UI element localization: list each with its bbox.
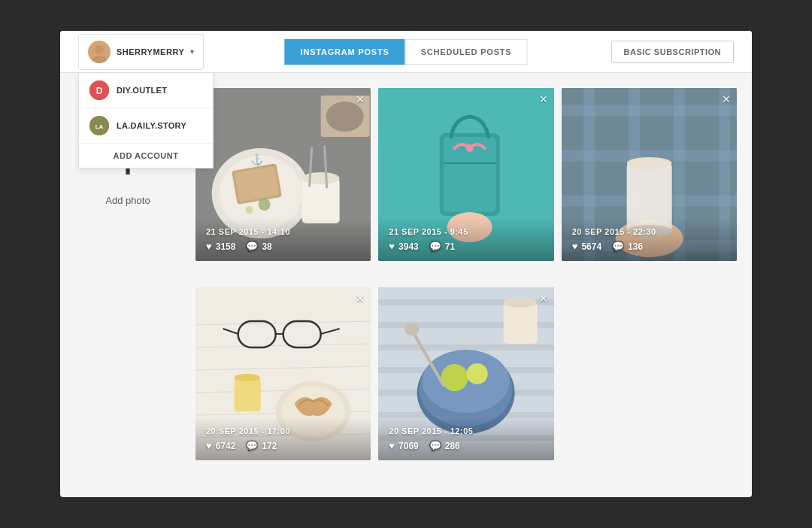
photo-grid: ⚓ ✕ 21 SEP 2015 - 14:10 ♥ 3158 💬 38 [195, 88, 737, 479]
tabs-container: INSTAGRAM POSTS SCHEDULED POSTS [285, 39, 528, 65]
comment-icon-2: 💬 [429, 241, 441, 252]
close-button-3[interactable]: ✕ [722, 94, 731, 105]
svg-point-1 [95, 45, 104, 54]
account-dropdown[interactable]: SHERRYMERRY ▾ [78, 34, 204, 70]
likes-count-3: 5674 [581, 241, 601, 252]
post-overlay-3: 20 SEP 2015 - 22:30 ♥ 5674 💬 136 [562, 218, 737, 261]
close-button-5[interactable]: ✕ [539, 293, 548, 304]
post-card-4[interactable]: ✕ 20 SEP 2015 - 17:00 ♥ 6742 💬 172 [195, 287, 371, 460]
dropdown-item-la[interactable]: LA LA.DAILY.STORY [79, 108, 213, 144]
tab-instagram[interactable]: INSTAGRAM POSTS [285, 39, 405, 65]
svg-point-71 [467, 363, 488, 384]
likes-count-4: 6742 [216, 441, 236, 451]
heart-icon-5: ♥ [389, 440, 395, 451]
account-name: SHERRYMERRY [117, 47, 184, 56]
comments-count-4: 172 [262, 441, 277, 451]
comments-4: 💬 172 [246, 440, 277, 451]
svg-point-40 [626, 157, 671, 169]
likes-count-2: 3943 [398, 241, 419, 252]
comments-count-1: 38 [262, 241, 271, 252]
subscription-button[interactable]: BASIC SUBSCRIPTION [611, 41, 734, 63]
svg-point-13 [246, 206, 253, 214]
close-button-2[interactable]: ✕ [539, 94, 548, 105]
heart-icon-1: ♥ [206, 241, 212, 252]
post-card-5[interactable]: ✕ 20 SEP 2015 - 12:05 ♥ 7069 💬 286 [378, 287, 553, 460]
comments-1: 💬 38 [246, 241, 271, 252]
diy-avatar: D [89, 80, 109, 100]
post-card-3[interactable]: ✕ 20 SEP 2015 - 22:30 ♥ 5674 💬 136 [562, 88, 737, 261]
svg-point-73 [504, 297, 537, 308]
la-avatar: LA [89, 116, 109, 135]
svg-text:D: D [96, 86, 103, 96]
close-button-1[interactable]: ✕ [356, 94, 365, 105]
svg-point-15 [302, 172, 340, 184]
svg-text:⚓: ⚓ [250, 153, 264, 166]
svg-text:LA: LA [95, 123, 104, 130]
svg-rect-72 [504, 302, 538, 344]
likes-2: ♥ 3943 [389, 241, 418, 252]
dropdown-item-diy[interactable]: D DIY.OUTLET [79, 73, 213, 108]
post-stats-1: ♥ 3158 💬 38 [206, 241, 360, 252]
post-date-4: 20 SEP 2015 - 17:00 [206, 426, 360, 435]
comment-icon-5: 💬 [429, 440, 441, 451]
comments-3: 💬 136 [612, 241, 643, 252]
post-date-2: 21 SEP 2015 - 9:45 [389, 227, 543, 236]
tab-scheduled[interactable]: SCHEDULED POSTS [405, 39, 528, 65]
heart-icon-4: ♥ [206, 440, 212, 451]
comments-count-2: 71 [445, 241, 455, 252]
svg-point-75 [404, 323, 420, 335]
chevron-down-icon: ▾ [190, 47, 194, 56]
account-dropdown-menu: D DIY.OUTLET LA LA.DAILY.STORY ADD ACCOU… [78, 73, 214, 168]
post-date-3: 20 SEP 2015 - 22:30 [572, 227, 726, 236]
post-stats-3: ♥ 5674 💬 136 [572, 241, 726, 252]
post-stats-4: ♥ 6742 💬 172 [206, 440, 360, 451]
svg-rect-14 [302, 178, 340, 223]
diy-name: DIY.OUTLET [117, 86, 167, 95]
comments-count-3: 136 [628, 241, 643, 252]
svg-point-12 [259, 199, 271, 211]
post-overlay-1: 21 SEP 2015 - 14:10 ♥ 3158 💬 38 [195, 218, 371, 261]
close-button-4[interactable]: ✕ [356, 293, 365, 304]
svg-rect-54 [235, 378, 261, 411]
comment-icon-3: 💬 [612, 241, 624, 252]
app-window: SHERRYMERRY ▾ INSTAGRAM POSTS SCHEDULED … [60, 31, 752, 497]
post-stats-2: ♥ 3943 💬 71 [389, 241, 543, 252]
post-overlay-5: 20 SEP 2015 - 12:05 ♥ 7069 💬 286 [378, 417, 553, 460]
comments-2: 💬 71 [429, 241, 455, 252]
account-avatar [88, 41, 111, 63]
comments-5: 💬 286 [429, 440, 460, 451]
post-date-5: 20 SEP 2015 - 12:05 [389, 426, 543, 435]
likes-count-5: 7069 [398, 441, 419, 451]
likes-count-1: 3158 [216, 241, 236, 252]
post-overlay-4: 20 SEP 2015 - 17:00 ♥ 6742 💬 172 [195, 417, 371, 460]
add-photo-label: Add photo [105, 195, 150, 206]
heart-icon-2: ♥ [389, 241, 395, 252]
svg-point-26 [466, 144, 474, 152]
comment-icon-1: 💬 [246, 241, 258, 252]
heart-icon-3: ♥ [572, 241, 578, 252]
likes-1: ♥ 3158 [206, 241, 235, 252]
svg-point-55 [235, 374, 260, 381]
likes-3: ♥ 5674 [572, 241, 601, 252]
post-card-1[interactable]: ⚓ ✕ 21 SEP 2015 - 14:10 ♥ 3158 💬 38 [195, 88, 371, 261]
svg-point-70 [441, 364, 468, 391]
post-date-1: 21 SEP 2015 - 14:10 [206, 227, 360, 236]
post-stats-5: ♥ 7069 💬 286 [389, 440, 543, 451]
header: SHERRYMERRY ▾ INSTAGRAM POSTS SCHEDULED … [60, 31, 752, 73]
post-overlay-2: 21 SEP 2015 - 9:45 ♥ 3943 💬 71 [378, 218, 553, 261]
la-name: LA.DAILY.STORY [117, 121, 186, 130]
add-account-button[interactable]: ADD ACCOUNT [79, 144, 213, 168]
post-card-2[interactable]: ✕ 21 SEP 2015 - 9:45 ♥ 3943 💬 71 [378, 88, 553, 261]
comments-count-5: 286 [445, 441, 460, 451]
comment-icon-4: 💬 [246, 440, 258, 451]
likes-5: ♥ 7069 [389, 440, 418, 451]
likes-4: ♥ 6742 [206, 440, 235, 451]
svg-point-19 [326, 102, 364, 132]
